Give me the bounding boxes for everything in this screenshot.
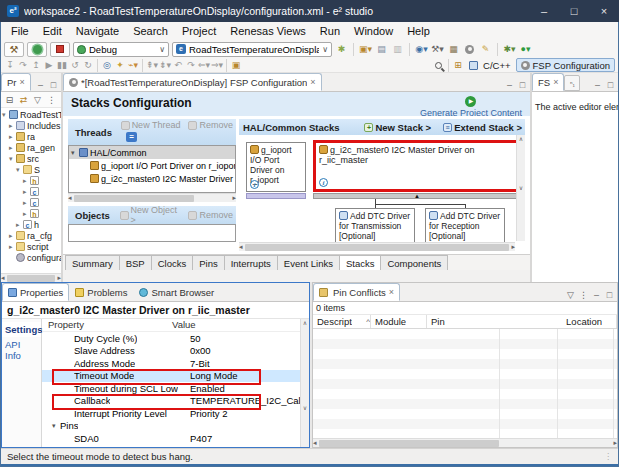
property-value[interactable]: 7-Bit [188,358,309,369]
launch-config-combo[interactable]: e RoadTestTemperatureOnDisplay De ∨ [172,42,332,57]
save-icon[interactable]: ▤ [375,43,388,56]
tree-expander-icon[interactable]: ▸ [9,122,16,130]
group-expander-icon[interactable]: ▾ [52,422,60,430]
scroll-right-icon[interactable]: ▸ [511,243,515,251]
fsp-page-tab[interactable]: Event Links [277,255,340,270]
tree-expander-icon[interactable]: ▾ [9,155,16,163]
link-with-editor-icon[interactable]: ⇄ [17,93,30,106]
property-row[interactable]: Callback TEMPERATURE_I2C_Callback [42,395,309,408]
stacks-vertical-scrollbar[interactable]: ∧∨ [516,135,525,241]
property-row[interactable]: SDA0 P407 [42,432,309,445]
build-project-icon[interactable]: ⚒▾ [431,43,444,56]
menu-item[interactable]: Run [313,22,347,40]
minimize-window-button[interactable]: – [529,0,559,22]
filter-icon[interactable]: ▽ [565,288,576,301]
search-icon[interactable] [432,59,445,72]
property-value[interactable]: Enabled [188,383,309,394]
pin-conflicts-horizontal-scrollbar[interactable]: ◂▸ [313,438,617,447]
property-column-header[interactable]: Property [42,319,170,331]
tree-expander-icon[interactable]: ▸ [9,144,16,152]
ioport-stack-card[interactable]: g_ioport I/O Port Driver on r_ioport i [246,142,306,192]
resume-icon[interactable]: ▶ [43,60,55,70]
value-column-header[interactable]: Value [170,319,309,331]
filter-icon[interactable]: ▽ [31,93,44,106]
profile-icon[interactable]: ◎ [101,60,113,70]
column-header[interactable]: Location [562,315,617,328]
step-into-icon[interactable]: ↧ [4,60,16,70]
properties-vertical-scrollbar[interactable]: ∧∨ [300,319,309,447]
threads-list-item[interactable]: g_i2c_master0 I2C Master Driver on r_iic… [69,172,235,185]
project-tree-item[interactable]: ▸ [1,175,61,186]
close-icon[interactable]: × [310,77,315,87]
info-icon[interactable]: i [250,180,259,189]
i2c-card-footer[interactable]: ▲ [313,193,521,199]
open-perspective-icon[interactable]: ⊞ [452,60,464,70]
close-icon[interactable]: × [553,77,558,87]
property-row[interactable]: Interrupt Priority Level Priority 2 [42,407,309,420]
close-icon[interactable]: × [20,77,25,87]
menu-item[interactable]: File [4,22,36,40]
project-tree-item[interactable]: ▸ Includes [1,120,61,131]
back-icon[interactable]: ⇐▾ [198,60,210,70]
collapse-all-icon[interactable]: ⊟ [3,93,16,106]
new-stack-button[interactable]: +New Stack > [364,122,431,133]
objects-list[interactable] [68,224,236,242]
remove-thread-button[interactable]: Remove [188,120,233,130]
tree-expander-icon[interactable]: ▸ [9,232,16,240]
property-value[interactable]: 0x00 [188,345,309,356]
column-header[interactable]: Description ^ [313,315,371,328]
property-row[interactable]: Timeout Mode Long Mode [42,370,309,383]
view-menu-icon[interactable]: ⋮ [578,288,589,301]
tree-expander-icon[interactable]: ▸ [9,133,16,141]
perspective-cpp-button[interactable]: C/C++ [465,58,514,72]
bottom-view-tab[interactable]: Problems [69,283,133,301]
project-tree-item[interactable]: ▸ [1,186,61,197]
bottom-view-tab[interactable]: Smart Browser [133,283,220,301]
bottom-view-tab[interactable]: Properties [2,283,69,301]
remove-object-button[interactable]: Remove [188,210,233,220]
extend-stack-button[interactable]: ≡Extend Stack > [443,122,522,133]
run-icon[interactable]: ●▾ [519,43,532,56]
tree-expander-icon[interactable]: ▾ [16,166,23,174]
tree-expander-icon[interactable]: ▸ [16,221,23,229]
menu-item[interactable]: Window [347,22,400,40]
menu-item[interactable]: Search [126,22,175,40]
next-annotation-icon[interactable]: ⇟▾ [159,60,171,70]
project-tree-item[interactable]: ▸ ra [1,131,61,142]
project-tree-item[interactable]: ▸ [1,197,61,208]
new-window-icon[interactable]: ▣ [230,60,242,70]
property-row[interactable]: SCL0 P408 [42,445,309,448]
suspend-icon[interactable]: ▮▮ [56,60,68,70]
menu-item[interactable]: Help [400,22,437,40]
property-value[interactable]: TEMPERATURE_I2C_Callback [188,395,309,406]
tree-expander-icon[interactable]: ▸ [23,210,30,218]
menu-item[interactable]: Renesas Views [223,22,313,40]
last-edit-icon[interactable]: ↶ [172,60,184,70]
debug-history-icon[interactable]: ◉▾ [415,43,428,56]
threads-horizontal-scrollbar[interactable]: ◂▸ [68,193,236,202]
tree-expander-icon[interactable]: ▸ [23,199,30,207]
project-tree-item[interactable]: ▸ ra_gen [1,142,61,153]
property-row[interactable]: Duty Cycle (%) 50 [42,332,309,345]
minimize-view-icon[interactable]: – [504,78,515,91]
threads-list-item[interactable]: g_ioport I/O Port Driver on r_ioport [69,159,235,172]
project-tree-item[interactable]: ▾ src [1,153,61,164]
property-row[interactable]: ▾ Pins [42,420,309,433]
fsp-page-tab[interactable]: Clocks [151,255,194,270]
scroll-right-icon[interactable]: ▸ [232,194,236,202]
property-value[interactable]: P407 [188,433,309,444]
trace-icon[interactable]: ✦ [114,60,126,70]
scroll-left-icon[interactable]: ◂ [68,194,72,202]
column-header[interactable]: Pin [427,315,562,328]
scroll-left-icon[interactable]: ◂ [239,243,243,251]
new-wizard-icon[interactable]: ▣▾ [359,43,372,56]
property-row[interactable]: Timeout during SCL Low Enabled [42,382,309,395]
perspective-fsp-button[interactable]: FSP Configuration [516,58,615,72]
api-info-tab[interactable]: API Info [2,337,41,363]
settings-gear-icon[interactable] [463,43,476,56]
property-value[interactable]: 50 [188,333,309,344]
fsp-page-tab[interactable]: Interrupts [224,255,278,270]
pin-conflicts-tab[interactable]: Pin Conflicts × [313,283,400,301]
tree-expander-icon[interactable]: ▾ [71,149,79,157]
fsp-page-tab[interactable]: BSP [119,255,152,270]
